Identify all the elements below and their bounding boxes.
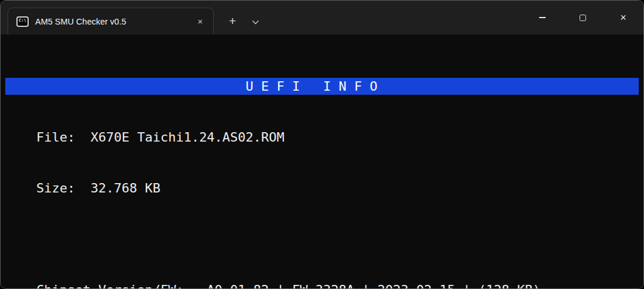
titlebar[interactable]: C:\ AM5 SMU Checker v0.5 × + × [1, 1, 643, 35]
uefi-banner: U E F I I N F O [5, 78, 639, 95]
maximize-button[interactable] [563, 1, 603, 35]
caption-buttons: × [522, 1, 643, 35]
terminal-window: C:\ AM5 SMU Checker v0.5 × + × U E F I I [0, 0, 644, 289]
tab-close-icon[interactable]: × [193, 15, 207, 29]
minimize-button[interactable] [522, 1, 563, 35]
file-line: File: X670E Taichi1.24.AS02.ROM [5, 129, 639, 146]
tab-dropdown-icon[interactable] [252, 20, 259, 25]
tab-am5-smu-checker[interactable]: C:\ AM5 SMU Checker v0.5 × [8, 8, 214, 35]
cmd-icon: C:\ [16, 16, 29, 27]
tab-title: AM5 SMU Checker v0.5 [35, 17, 187, 26]
chipset-line-1: Chipset Version/FW: A0.01.82 | FW_3328A … [5, 281, 639, 288]
blank-line [5, 230, 639, 247]
close-button[interactable]: × [603, 1, 643, 35]
maximize-icon [580, 15, 586, 21]
close-icon: × [620, 12, 626, 23]
minimize-icon [539, 17, 546, 18]
size-line: Size: 32.768 KB [5, 180, 639, 197]
terminal-screen[interactable]: U E F I I N F O File: X670E Taichi1.24.A… [1, 35, 643, 288]
new-tab-button[interactable]: + [229, 14, 236, 28]
